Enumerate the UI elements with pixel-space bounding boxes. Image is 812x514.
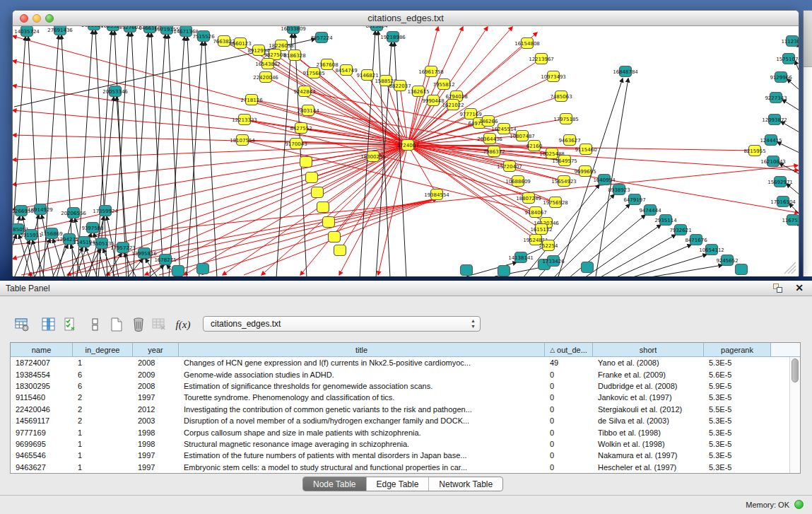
table-row[interactable]: 969969511998Structural magnetic resonanc… xyxy=(11,438,789,450)
graph-node[interactable]: 16245514 xyxy=(491,124,517,134)
graph-node[interactable]: 14035724 xyxy=(14,26,40,37)
graph-node[interactable]: 16848784 xyxy=(613,66,638,77)
graph-node[interactable]: 9115460 xyxy=(575,144,596,155)
graph-node[interactable]: 16154808 xyxy=(514,38,540,49)
graph-node[interactable]: 10807487 xyxy=(510,131,535,141)
graph-node[interactable]: 1112304 xyxy=(781,36,799,47)
network-canvas[interactable]: 1724007140357242769143620553217106332871… xyxy=(13,26,799,276)
graph-node[interactable] xyxy=(197,264,209,274)
graph-node[interactable] xyxy=(334,245,346,256)
column-header-out-de-[interactable]: △out_de... xyxy=(545,343,593,356)
network-window-titlebar[interactable]: citations_edges.txt xyxy=(13,11,799,26)
tab-node-table[interactable]: Node Table xyxy=(303,477,367,491)
graph-node[interactable]: 9474444 xyxy=(639,205,661,216)
graph-node[interactable] xyxy=(317,202,329,213)
graph-node[interactable] xyxy=(172,266,184,276)
delete-table-icon[interactable] xyxy=(150,315,168,334)
graph-node[interactable]: 17016504 xyxy=(770,197,796,207)
table-row[interactable]: 977716911998Corpus callosum shape and si… xyxy=(11,426,789,438)
graph-node[interactable]: 2935114 xyxy=(654,215,677,226)
graph-node[interactable]: 9245652 xyxy=(716,255,738,266)
graph-node[interactable]: 15751074 xyxy=(776,54,799,64)
graph-node[interactable]: 10654112 xyxy=(699,245,724,255)
table-row[interactable]: 946362711997Embryonic stem cells: a mode… xyxy=(11,462,789,473)
graph-node[interactable]: 9990448 xyxy=(422,95,444,106)
table-row[interactable]: 1872400712008Changes of HCN gene express… xyxy=(11,357,789,368)
graph-node[interactable] xyxy=(736,264,748,275)
delete-column-icon[interactable] xyxy=(129,315,148,334)
graph-node[interactable] xyxy=(312,187,324,198)
graph-node[interactable]: 18107554 xyxy=(230,135,255,146)
table-row[interactable]: 1456911722003Disruption of a novel membe… xyxy=(11,415,789,426)
graph-node[interactable]: 19218986 xyxy=(380,32,406,42)
graph-node[interactable]: 9699695 xyxy=(574,166,596,177)
graph-node[interactable]: 8938923 xyxy=(608,185,630,195)
table-row[interactable]: 1938455462009Genome-wide association stu… xyxy=(11,368,789,380)
graph-node[interactable]: 9170043 xyxy=(285,139,307,149)
graph-node[interactable]: 12213967 xyxy=(529,54,554,64)
graph-node[interactable]: 9227343 xyxy=(765,93,787,103)
graph-node[interactable]: 8471676 xyxy=(685,235,707,245)
graph-node[interactable]: 7857224 xyxy=(310,33,333,43)
resize-grip-icon[interactable] xyxy=(782,259,797,275)
table-row[interactable]: 911546021997Tourette syndrome. Phenomeno… xyxy=(11,392,789,403)
graph-node[interactable]: 1527602 xyxy=(119,26,141,33)
graph-node[interactable]: 1167533 xyxy=(782,215,799,226)
table-row[interactable]: 1830029562008Estimation of significance … xyxy=(11,380,789,392)
graph-node[interactable]: 16033809 xyxy=(281,26,306,34)
new-column-icon[interactable] xyxy=(107,315,126,334)
graph-node[interactable]: 19384554 xyxy=(424,189,449,200)
graph-node[interactable] xyxy=(300,157,312,168)
graph-node[interactable] xyxy=(582,262,594,273)
graph-node[interactable] xyxy=(323,217,335,228)
tab-edge-table[interactable]: Edge Table xyxy=(367,477,430,491)
graph-node[interactable]: 16961758 xyxy=(418,66,444,77)
select-columns-icon[interactable] xyxy=(61,315,80,334)
graph-node[interactable]: 8813054 xyxy=(365,26,388,31)
close-panel-icon[interactable]: ✕ xyxy=(795,282,804,293)
table-row[interactable]: 2242004622012Investigating the contribut… xyxy=(11,404,789,415)
graph-node[interactable]: 2718126 xyxy=(240,95,263,105)
graph-node[interactable]: 17359924 xyxy=(93,206,118,216)
graph-node[interactable]: 1244415 xyxy=(760,135,782,146)
column-header-short[interactable]: short xyxy=(593,343,704,356)
graph-node[interactable]: 8427552 xyxy=(290,123,312,134)
scrollbar-thumb[interactable] xyxy=(792,358,799,382)
graph-node[interactable]: 8215955 xyxy=(743,146,765,156)
graph-node[interactable]: 27691436 xyxy=(47,26,73,35)
table-mode-icon[interactable] xyxy=(13,315,31,334)
column-header-title[interactable]: title xyxy=(179,343,545,356)
graph-node[interactable]: 1678275 xyxy=(154,255,176,265)
table-row[interactable]: 946554611997Estimation of the future num… xyxy=(11,450,789,461)
graph-node[interactable]: 62160 xyxy=(526,141,542,151)
graph-node[interactable]: 15720407 xyxy=(497,161,522,172)
column-header-name[interactable]: name xyxy=(11,343,73,356)
graph-node[interactable] xyxy=(306,173,318,183)
graph-node[interactable] xyxy=(461,265,473,276)
function-builder-icon[interactable]: f(x) xyxy=(174,315,192,334)
graph-node[interactable]: 17975185 xyxy=(553,114,579,124)
graph-node[interactable]: 20364436 xyxy=(477,134,502,144)
graph-node[interactable] xyxy=(498,266,510,276)
graph-node[interactable]: 7485063 xyxy=(550,91,572,102)
graph-node[interactable]: 9463627 xyxy=(558,135,580,146)
float-panel-icon[interactable] xyxy=(773,284,784,293)
column-header-year[interactable]: year xyxy=(133,343,179,356)
graph-node[interactable]: 20206556 xyxy=(61,208,86,218)
graph-node[interactable]: 8186328 xyxy=(283,50,305,61)
table-selector-dropdown[interactable]: citations_edges.txt ▲▼ xyxy=(203,316,481,332)
tab-network-table[interactable]: Network Table xyxy=(429,477,502,491)
graph-node[interactable]: 10688609 xyxy=(505,176,531,187)
graph-node[interactable]: 15654923 xyxy=(551,176,577,187)
graph-node[interactable] xyxy=(329,232,341,243)
graph-node[interactable]: 7986372 xyxy=(483,146,505,157)
graph-node[interactable]: 7932621 xyxy=(669,225,691,235)
graph-node[interactable]: 10973493 xyxy=(541,71,566,82)
graph-node[interactable]: 8454749 xyxy=(335,65,357,76)
graph-node[interactable]: 22420046 xyxy=(253,72,278,83)
graph-node[interactable]: 6479197 xyxy=(623,194,645,205)
column-header-in-degree[interactable]: in_degree xyxy=(73,343,133,356)
show-columns-icon[interactable] xyxy=(40,315,58,334)
row-options-icon[interactable] xyxy=(86,315,105,334)
table-scrollbar[interactable] xyxy=(789,357,800,473)
